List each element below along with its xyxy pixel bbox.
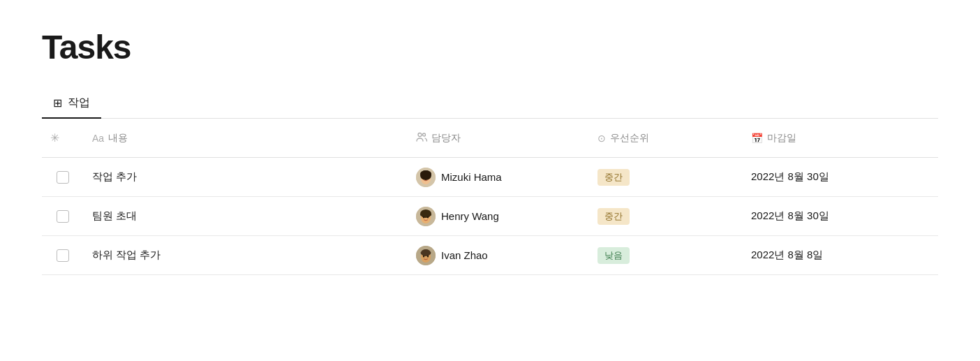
svg-point-7 xyxy=(420,170,431,177)
table-row: 팀원 초대 Henry Wang 중간 2022년 8월 30일 xyxy=(42,197,938,236)
row2-assignee-name: Henry Wang xyxy=(441,210,499,222)
table-icon: ⊞ xyxy=(53,96,62,110)
row3-assignee: Ivan Zhao xyxy=(408,237,589,274)
row3-priority-badge: 낮음 xyxy=(597,247,630,264)
svg-point-11 xyxy=(423,216,424,218)
row3-checkbox-cell xyxy=(42,241,84,270)
row1-checkbox-cell xyxy=(42,163,84,192)
svg-point-0 xyxy=(418,133,422,137)
col-name-label: 내용 xyxy=(108,132,128,145)
priority-icon: ⊙ xyxy=(597,133,606,144)
loader-icon: ✳ xyxy=(50,131,59,145)
tab-tasks[interactable]: ⊞ 작업 xyxy=(42,89,101,119)
calendar-icon: 📅 xyxy=(751,133,763,144)
svg-point-12 xyxy=(427,216,429,218)
svg-point-1 xyxy=(423,133,426,136)
row1-checkbox[interactable] xyxy=(57,171,69,184)
svg-point-18 xyxy=(427,255,429,257)
col-header-priority: ⊙ 우선순위 xyxy=(589,126,743,150)
text-icon: Aa xyxy=(92,133,104,144)
row1-priority-badge: 중간 xyxy=(597,169,630,186)
col-priority-label: 우선순위 xyxy=(610,132,649,145)
col-header-assignee: 담당자 xyxy=(408,126,589,150)
row3-priority: 낮음 xyxy=(589,239,743,272)
col-assignee-label: 담당자 xyxy=(431,132,461,145)
row2-name: 팀원 초대 xyxy=(84,201,408,231)
row2-assignee: Henry Wang xyxy=(408,198,589,235)
row1-avatar xyxy=(416,168,436,187)
table-row: 하위 작업 추가 Ivan Zhao 낮음 2022년 8월 8일 xyxy=(42,236,938,275)
table-wrapper: ✳ Aa 내용 담당자 ⊙ 우선순위 📅 마감일 xyxy=(42,119,938,275)
row1-assignee-name: Mizuki Hama xyxy=(441,171,502,183)
row1-priority: 중간 xyxy=(589,161,743,194)
row1-assignee: Mizuki Hama xyxy=(408,159,589,196)
row3-name: 하위 작업 추가 xyxy=(84,240,408,270)
people-icon xyxy=(416,132,427,144)
svg-rect-13 xyxy=(420,214,431,216)
tab-tasks-label: 작업 xyxy=(68,96,90,110)
col-header-loader: ✳ xyxy=(42,126,84,150)
col-header-duedate: 📅 마감일 xyxy=(743,126,938,150)
row3-duedate: 2022년 8월 8일 xyxy=(743,240,938,270)
row3-checkbox[interactable] xyxy=(57,249,69,262)
row3-assignee-name: Ivan Zhao xyxy=(441,249,488,261)
row2-checkbox[interactable] xyxy=(57,210,69,223)
row3-avatar xyxy=(416,246,436,265)
page-title: Tasks xyxy=(42,28,938,66)
row2-priority-badge: 중간 xyxy=(597,208,630,225)
row2-checkbox-cell xyxy=(42,202,84,231)
row1-name: 작업 추가 xyxy=(84,162,408,192)
col-header-name: Aa 내용 xyxy=(84,126,408,150)
tabs-bar: ⊞ 작업 xyxy=(42,89,938,119)
table-row: 작업 추가 Mizuki Hama 중간 2022년 8월 30일 xyxy=(42,158,938,197)
row2-avatar xyxy=(416,207,436,226)
row2-duedate: 2022년 8월 30일 xyxy=(743,201,938,231)
row1-duedate: 2022년 8월 30일 xyxy=(743,162,938,192)
svg-point-17 xyxy=(423,255,424,257)
table-header: ✳ Aa 내용 담당자 ⊙ 우선순위 📅 마감일 xyxy=(42,119,938,158)
row2-priority: 중간 xyxy=(589,200,743,233)
col-duedate-label: 마감일 xyxy=(767,132,796,145)
